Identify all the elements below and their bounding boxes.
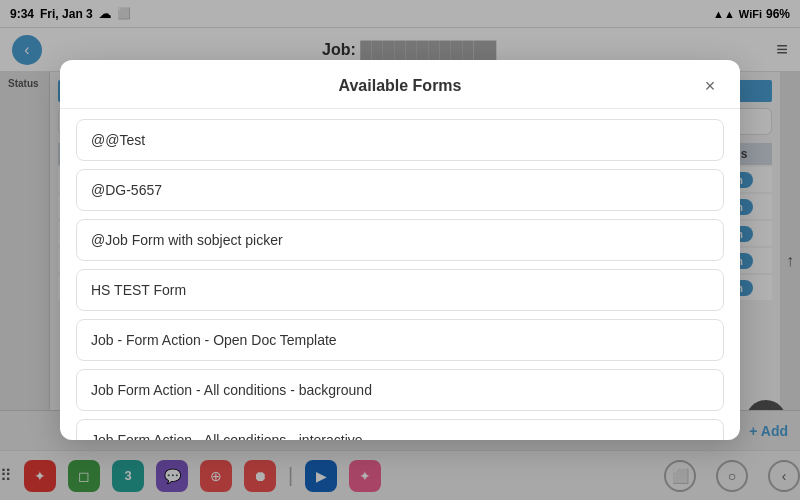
- form-item[interactable]: Job Form Action - All conditions - backg…: [76, 369, 724, 411]
- close-button[interactable]: ×: [698, 74, 722, 98]
- modal-body: @@Test @DG-5657 @Job Form with sobject p…: [60, 109, 740, 440]
- form-item[interactable]: Job - Form Action - Open Doc Template: [76, 319, 724, 361]
- modal-title: Available Forms: [102, 77, 698, 95]
- form-item[interactable]: @Job Form with sobject picker: [76, 219, 724, 261]
- available-forms-modal: Available Forms × @@Test @DG-5657 @Job F…: [60, 60, 740, 440]
- form-item[interactable]: Job Form Action - All conditions - inter…: [76, 419, 724, 440]
- modal-header: Available Forms ×: [60, 60, 740, 109]
- form-item[interactable]: @@Test: [76, 119, 724, 161]
- form-item[interactable]: @DG-5657: [76, 169, 724, 211]
- form-item[interactable]: HS TEST Form: [76, 269, 724, 311]
- modal-overlay: Available Forms × @@Test @DG-5657 @Job F…: [0, 0, 800, 500]
